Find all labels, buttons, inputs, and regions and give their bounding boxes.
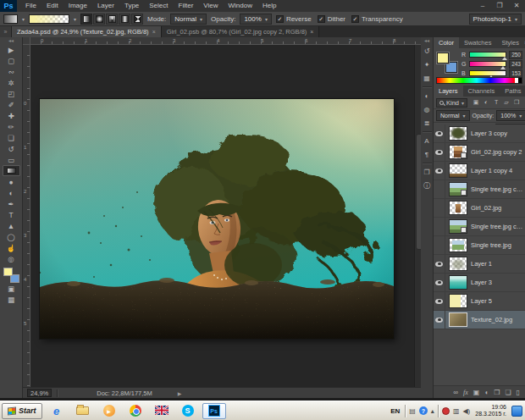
channel-value[interactable]: 243	[509, 60, 522, 69]
filter-type-icon[interactable]: T	[492, 99, 500, 106]
clone-stamp-tool[interactable]: ❏	[3, 132, 20, 143]
new-layer-icon[interactable]: ❏	[505, 389, 511, 396]
tab-styles[interactable]: Styles	[496, 37, 523, 48]
checkbox-reverse[interactable]: ✓Reverse	[276, 15, 312, 23]
document-tab-1[interactable]: Zada4a.psd @ 24,9% (Texture_02.jpg, RGB/…	[12, 26, 162, 37]
delete-layer-icon[interactable]: ▯	[517, 389, 520, 396]
visibility-toggle[interactable]	[434, 311, 445, 329]
network-icon[interactable]: ▥	[453, 407, 460, 415]
add-mask-icon[interactable]: ▣	[473, 389, 480, 396]
marquee-tool[interactable]: ▢	[3, 55, 20, 66]
angle-gradient-button[interactable]	[106, 14, 118, 25]
visibility-toggle[interactable]	[434, 124, 445, 143]
layer-row[interactable]: Layer 3	[434, 274, 525, 292]
tab-color[interactable]: Color	[434, 37, 459, 48]
zoom-tool[interactable]: ◎	[3, 253, 20, 264]
volume-icon[interactable]: ◀)	[462, 407, 470, 415]
layer-row[interactable]: Texture_02.jpg	[434, 311, 525, 329]
brush-tool[interactable]: ✏	[3, 121, 20, 132]
tab-swatches[interactable]: Swatches	[459, 37, 497, 48]
visibility-toggle[interactable]	[434, 199, 445, 218]
slider-track[interactable]	[469, 70, 506, 76]
healing-brush-tool[interactable]: ✚	[3, 110, 20, 121]
menu-select[interactable]: Select	[144, 0, 173, 12]
slider-thumb[interactable]	[502, 57, 507, 60]
layer-thumbnail[interactable]	[449, 294, 467, 308]
layer-thumbnail[interactable]	[449, 182, 467, 196]
tab-close-icon[interactable]: ×	[152, 29, 156, 35]
layer-row[interactable]: Layer 3 copy	[434, 124, 525, 143]
layer-thumbnail[interactable]	[449, 312, 467, 327]
masks-panel-icon[interactable]: ◍	[421, 103, 434, 115]
layer-row[interactable]: Single tree.jpg cop...	[434, 218, 525, 236]
filter-shape-icon[interactable]: ▱	[502, 99, 511, 106]
menu-image[interactable]: Image	[64, 0, 92, 12]
move-tool[interactable]: ▶	[3, 44, 20, 55]
layer-row[interactable]: Layer 1	[434, 255, 525, 274]
tray-blue-app-icon[interactable]	[511, 406, 522, 417]
menu-type[interactable]: Type	[119, 0, 144, 12]
skype-taskbar-button[interactable]: S	[176, 403, 200, 419]
color-spectrum-ramp[interactable]	[436, 77, 522, 84]
quick-mask-button[interactable]: ▣	[3, 283, 20, 294]
tab-layers[interactable]: Layers	[434, 86, 463, 97]
layer-thumbnail[interactable]	[449, 145, 467, 159]
history-panel-icon[interactable]: ↺	[421, 45, 434, 57]
eyedropper-tool[interactable]: ✐	[3, 99, 20, 110]
printer-icon[interactable]: ▤	[409, 407, 416, 415]
mode-select[interactable]: Normal▾	[170, 14, 207, 25]
history-brush-tool[interactable]: ↺	[3, 143, 20, 154]
ruler-corner[interactable]	[23, 37, 30, 45]
document-canvas[interactable]	[40, 99, 394, 339]
menu-help[interactable]: Help	[257, 0, 281, 12]
checkbox-dither[interactable]: ✓Dither	[318, 15, 345, 23]
show-hidden-icons-arrow[interactable]: ▴	[431, 407, 434, 415]
layer-thumbnail[interactable]	[449, 257, 467, 271]
swatches-panel-icon[interactable]: ▦	[421, 72, 434, 84]
layer-thumbnail[interactable]	[449, 219, 467, 234]
layer-thumbnail[interactable]	[449, 275, 467, 290]
slider-thumb[interactable]	[500, 66, 506, 69]
character-panel-icon[interactable]: A	[421, 135, 434, 146]
visibility-toggle[interactable]	[434, 143, 445, 162]
tool-presets-panel-icon[interactable]: ≣	[421, 117, 434, 129]
visibility-toggle[interactable]	[434, 162, 445, 180]
help-icon[interactable]: ?	[419, 406, 428, 415]
visibility-toggle[interactable]	[434, 236, 445, 255]
crop-tool[interactable]: ◰	[3, 88, 20, 99]
layer-thumbnail[interactable]	[449, 163, 467, 178]
restore-button[interactable]: ❐	[491, 0, 508, 12]
menu-file[interactable]: File	[20, 0, 41, 12]
dock-collapse-icon[interactable]: ◂◂	[424, 37, 429, 44]
foreground-color-swatch[interactable]	[437, 52, 449, 64]
menu-window[interactable]: Window	[224, 0, 257, 12]
menu-view[interactable]: View	[198, 0, 223, 12]
type-tool[interactable]: T	[3, 209, 20, 220]
styles-panel-icon[interactable]: ✦	[421, 58, 434, 70]
start-button[interactable]: Start	[2, 403, 42, 419]
foreground-swatch[interactable]	[3, 268, 13, 276]
internet-explorer-taskbar-button[interactable]: e	[45, 403, 69, 419]
opacity-select[interactable]: 100%▾	[240, 14, 271, 25]
tab-paths[interactable]: Paths	[500, 86, 525, 97]
security-alert-icon[interactable]	[442, 407, 450, 415]
media-player-taskbar-button[interactable]: ▶	[97, 403, 121, 419]
tool-preset-arrow-icon[interactable]: ▾	[22, 16, 25, 22]
quick-selection-tool[interactable]: ✲	[3, 77, 20, 88]
screen-mode-button[interactable]: ▦	[3, 294, 20, 305]
menu-layer[interactable]: Layer	[92, 0, 119, 12]
filter-smart-icon[interactable]: ❐	[512, 99, 521, 106]
lasso-tool[interactable]: ∾	[3, 66, 20, 77]
taskbar-clock[interactable]: 19:06 28.3.2015 г.	[473, 404, 508, 418]
layer-thumbnail[interactable]	[449, 126, 467, 141]
zoom-level-field[interactable]: 24,9%	[27, 389, 52, 397]
dodge-tool[interactable]: ◐	[3, 187, 20, 198]
link-layers-icon[interactable]: ∞	[453, 389, 458, 396]
filter-pixel-icon[interactable]: ▣	[472, 99, 480, 106]
eraser-tool[interactable]: ▭	[3, 154, 20, 165]
language-indicator[interactable]: EN	[389, 407, 401, 415]
layer-row[interactable]: Layer 1 copy 4	[434, 162, 525, 180]
document-tab-2[interactable]: Girl_02.psb @ 80,7% (Girl_02.jpg copy 2,…	[162, 26, 320, 37]
layer-style-icon[interactable]: fx	[463, 389, 468, 396]
info-panel-icon[interactable]: ⓘ	[421, 180, 434, 191]
